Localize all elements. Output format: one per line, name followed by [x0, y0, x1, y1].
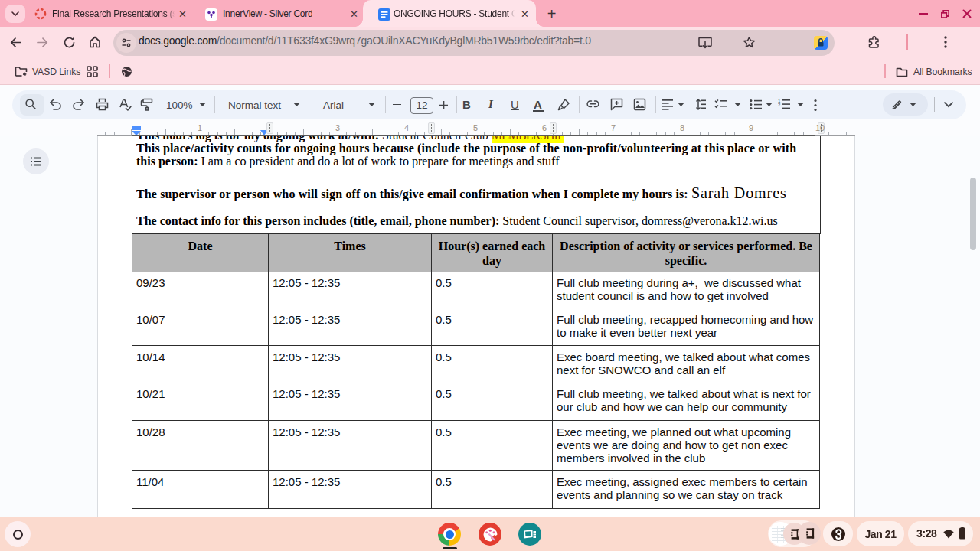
svg-text:2: 2 — [778, 103, 781, 107]
